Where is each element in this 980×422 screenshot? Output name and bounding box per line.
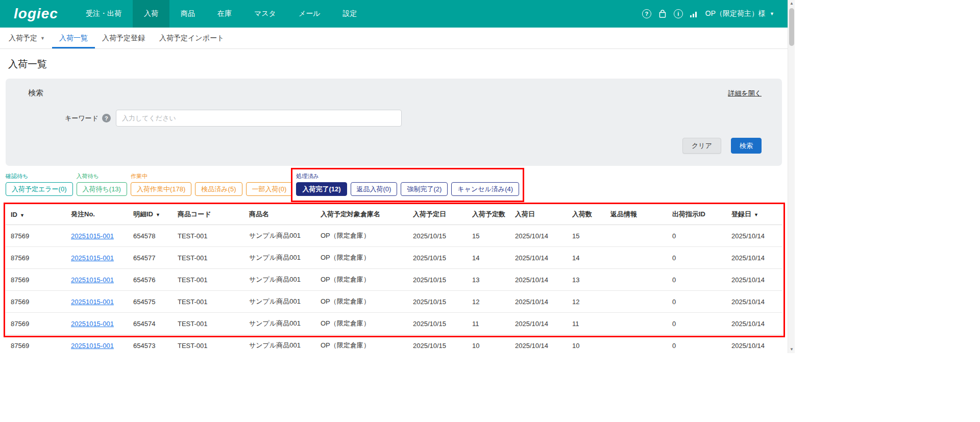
table-cell: 0: [667, 291, 726, 313]
table-cell: 0: [667, 225, 726, 247]
table-cell: 20251015-001: [66, 225, 128, 247]
table-cell: TEST-001: [173, 247, 244, 269]
table-cell: 12: [467, 291, 510, 313]
table-row: 8756920251015-001654576TEST-001サンプル商品001…: [6, 269, 782, 291]
scrollbar-thumb[interactable]: [789, 8, 794, 46]
table-cell: 87569: [6, 225, 66, 247]
table-cell: TEST-001: [173, 291, 244, 313]
column-header: 出荷指示ID: [667, 204, 726, 225]
subnav-item[interactable]: 入荷予定登録: [95, 28, 152, 48]
filter-button[interactable]: 入荷完了(12): [296, 182, 347, 196]
browser-viewport: logiec 受注・出荷入荷商品在庫マスタメール設定 ? i: [0, 0, 795, 353]
order-no-link[interactable]: 20251015-001: [71, 254, 114, 262]
filter-button[interactable]: 入荷予定エラー(0): [6, 182, 73, 196]
info-icon[interactable]: i: [674, 9, 683, 18]
subnav-item[interactable]: 入荷予定▼: [2, 28, 52, 48]
table-cell: 87569: [6, 335, 66, 354]
column-header[interactable]: ID▼: [6, 204, 66, 225]
table-cell: TEST-001: [173, 269, 244, 291]
navbar-right: ? i OP（限定荷主）様 ▼: [642, 9, 774, 18]
table-cell: 20251015-001: [66, 269, 128, 291]
table-cell: 2025/10/14: [726, 313, 782, 335]
table-cell: サンプル商品001: [244, 313, 315, 335]
nav-item[interactable]: 受注・出荷: [75, 0, 133, 28]
table-cell: 2025/10/14: [726, 225, 782, 247]
help-icon[interactable]: ?: [642, 9, 651, 18]
order-no-link[interactable]: 20251015-001: [71, 320, 114, 328]
table-cell: サンプル商品001: [244, 335, 315, 354]
signal-icon[interactable]: [690, 10, 699, 18]
table-cell: 87569: [6, 291, 66, 313]
filter-button[interactable]: 返品入荷(0): [351, 182, 398, 196]
column-header[interactable]: 明細ID▼: [128, 204, 173, 225]
nav-item[interactable]: 商品: [169, 0, 206, 28]
clear-button[interactable]: クリア: [682, 138, 721, 154]
bag-icon[interactable]: [658, 9, 667, 18]
column-header: 入荷予定数: [467, 204, 510, 225]
filter-button[interactable]: 検品済み(5): [195, 182, 242, 196]
table-cell: 2025/10/14: [510, 247, 567, 269]
filter-button[interactable]: 入荷作業中(178): [131, 182, 191, 196]
filter-button[interactable]: キャンセル済み(4): [451, 182, 519, 196]
table-cell: 87569: [6, 269, 66, 291]
filter-group-label: 処理済み: [296, 172, 519, 180]
table-cell: サンプル商品001: [244, 247, 315, 269]
table-cell: 654574: [128, 313, 173, 335]
filter-group-label: 作業中: [131, 172, 292, 180]
open-details-link[interactable]: 詳細を開く: [728, 89, 762, 98]
subnav-item[interactable]: 入荷一覧: [52, 28, 95, 48]
nav-item[interactable]: 在庫: [206, 0, 243, 28]
filter-group: 入荷待ち入荷待ち(13): [77, 172, 127, 196]
filter-button[interactable]: 入荷待ち(13): [77, 182, 127, 196]
table-cell: 2025/10/15: [408, 269, 467, 291]
table-cell: 13: [567, 269, 605, 291]
subnav-item-label: 入荷一覧: [59, 34, 88, 43]
table-row: 8756920251015-001654577TEST-001サンプル商品001…: [6, 247, 782, 269]
page-title: 入荷一覧: [0, 49, 788, 79]
column-header: 入荷日: [510, 204, 567, 225]
column-header[interactable]: 登録日▼: [726, 204, 782, 225]
table-cell: 20251015-001: [66, 313, 128, 335]
nav-item[interactable]: 設定: [332, 0, 369, 28]
subnav-item-label: 入荷予定インポート: [159, 34, 224, 43]
table-cell: サンプル商品001: [244, 291, 315, 313]
table-cell: TEST-001: [173, 225, 244, 247]
table-cell: 2025/10/14: [510, 269, 567, 291]
scroll-up-icon[interactable]: ▲: [788, 0, 795, 7]
keyword-help-icon[interactable]: ?: [102, 114, 111, 122]
scroll-down-icon[interactable]: ▼: [788, 346, 795, 353]
vertical-scrollbar[interactable]: ▲ ▼: [788, 0, 795, 353]
user-name: OP（限定荷主）様: [705, 9, 766, 18]
table-cell: [605, 225, 667, 247]
nav-item[interactable]: メール: [287, 0, 332, 28]
user-menu[interactable]: OP（限定荷主）様 ▼: [705, 9, 774, 18]
filter-button[interactable]: 強制完了(2): [401, 182, 448, 196]
table-cell: OP（限定倉庫）: [315, 269, 408, 291]
top-navbar: logiec 受注・出荷入荷商品在庫マスタメール設定 ? i: [0, 0, 788, 28]
column-header: 入荷予定日: [408, 204, 467, 225]
nav-item[interactable]: 入荷: [133, 0, 169, 28]
nav-item[interactable]: マスタ: [243, 0, 287, 28]
filter-button[interactable]: 一部入荷(0): [246, 182, 293, 196]
receipts-table: ID▼発注No.明細ID▼商品コード商品名入荷予定対象倉庫名入荷予定日入荷予定数…: [6, 204, 782, 353]
order-no-link[interactable]: 20251015-001: [71, 276, 114, 284]
table-cell: 2025/10/14: [726, 269, 782, 291]
subnav-item[interactable]: 入荷予定インポート: [152, 28, 231, 48]
table-cell: サンプル商品001: [244, 225, 315, 247]
order-no-link[interactable]: 20251015-001: [71, 342, 114, 350]
table-cell: 2025/10/14: [510, 225, 567, 247]
table-cell: [605, 291, 667, 313]
nav-menu: 受注・出荷入荷商品在庫マスタメール設定: [75, 0, 369, 28]
table-cell: 10: [467, 335, 510, 354]
table-cell: OP（限定倉庫）: [315, 291, 408, 313]
subnav-item-label: 入荷予定: [9, 34, 37, 43]
table-cell: 0: [667, 335, 726, 354]
table-cell: [605, 269, 667, 291]
keyword-input[interactable]: [116, 110, 402, 127]
search-button[interactable]: 検索: [731, 138, 762, 154]
filter-group-label: 入荷待ち: [77, 172, 127, 180]
table-cell: 20251015-001: [66, 335, 128, 354]
order-no-link[interactable]: 20251015-001: [71, 298, 114, 306]
order-no-link[interactable]: 20251015-001: [71, 232, 114, 240]
table-cell: 2025/10/15: [408, 313, 467, 335]
